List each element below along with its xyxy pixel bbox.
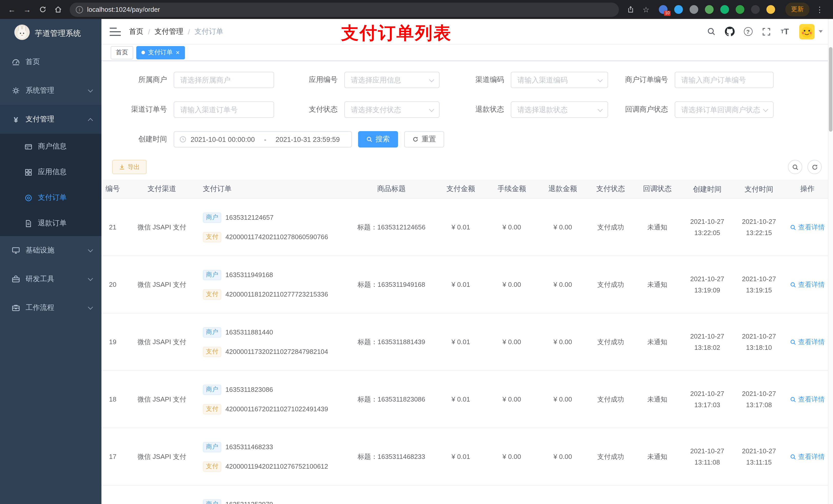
sidebar-item-system[interactable]: 系统管理 xyxy=(0,76,101,105)
breadcrumb-home[interactable]: 首页 xyxy=(129,27,143,36)
breadcrumb-payment[interactable]: 支付管理 xyxy=(155,27,184,36)
merchant-order-no: 1635311949168 xyxy=(225,271,273,279)
view-detail-link[interactable]: 查看详情 xyxy=(790,452,825,461)
create-time-range-input[interactable]: 2021-10-01 00:00:00 - 2021-10-31 23:59:5… xyxy=(174,131,352,148)
extension-drop-icon[interactable] xyxy=(674,5,683,14)
channel-order-no: 4200001174202110278060590766 xyxy=(225,233,328,241)
cell-amount: ¥ 0.01 xyxy=(435,338,486,346)
fullscreen-icon[interactable] xyxy=(758,19,775,44)
cell-refund: ¥ 0.00 xyxy=(538,396,588,403)
sidebar-item-payment[interactable]: ¥ 支付管理 xyxy=(0,105,101,134)
cell-id: 20 xyxy=(101,281,131,289)
pay-tag: 支付 xyxy=(203,347,221,357)
cell-pay-status: 支付成功 xyxy=(588,395,633,404)
export-button[interactable]: 导出 xyxy=(112,160,146,174)
sidebar-item-pay-order[interactable]: 支付订单 xyxy=(0,185,101,211)
sidebar-item-refund-order[interactable]: 退款订单 xyxy=(0,211,101,236)
browser-update-button[interactable]: 更新 xyxy=(785,3,809,16)
tag-pay-order[interactable]: 支付订单 × xyxy=(136,46,185,59)
table-row: 16 微信 JSAPI 支付 商户 1635311352979 支付 xyxy=(101,486,830,504)
site-info-icon[interactable]: i xyxy=(76,6,83,13)
extension-green-icon[interactable] xyxy=(705,5,714,14)
show-search-toggle-button[interactable] xyxy=(788,160,802,174)
merchant-tag: 商户 xyxy=(203,499,221,504)
view-detail-link[interactable]: 查看详情 xyxy=(790,395,825,404)
bookmark-star-icon[interactable]: ☆ xyxy=(639,3,653,16)
user-avatar[interactable] xyxy=(799,24,814,39)
sidebar-item-infrastructure[interactable]: 基础设施 xyxy=(0,236,101,265)
extension-dark-icon[interactable] xyxy=(751,5,760,14)
date-end: 2021-10-31 23:59:59 xyxy=(276,136,340,143)
font-size-icon[interactable]: TT xyxy=(777,19,793,44)
channel-code-select[interactable] xyxy=(511,72,608,88)
cell-fee: ¥ 0.00 xyxy=(486,223,538,231)
pay-tag: 支付 xyxy=(203,461,221,472)
extension-check-icon[interactable] xyxy=(720,5,729,14)
sidebar-item-label: 支付订单 xyxy=(38,193,67,202)
refresh-table-button[interactable] xyxy=(807,160,822,174)
view-detail-link[interactable]: 查看详情 xyxy=(790,223,825,232)
date-separator: - xyxy=(264,136,266,143)
date-start: 2021-10-01 00:00:00 xyxy=(191,136,255,143)
view-detail-link[interactable]: 查看详情 xyxy=(790,338,825,347)
cell-order: 商户 1635311468233 支付 42000011942021102767… xyxy=(193,442,347,472)
reset-button[interactable]: 重置 xyxy=(404,131,444,148)
sidebar-item-home[interactable]: 首页 xyxy=(0,48,101,76)
refund-status-select[interactable] xyxy=(511,102,608,118)
app-title: 芋道管理系统 xyxy=(35,28,81,38)
sidebar-item-workflow[interactable]: 工作流程 xyxy=(0,293,101,322)
sidebar-item-dev-tools[interactable]: 研发工具 xyxy=(0,265,101,293)
app-logo[interactable]: 芋道管理系统 xyxy=(0,19,101,48)
url-bar[interactable]: i localhost:1024/pay/order xyxy=(70,2,619,17)
cell-actions: 查看详情 xyxy=(785,280,830,289)
github-icon[interactable] xyxy=(721,19,738,44)
breadcrumb: 首页 / 支付管理 / 支付订单 xyxy=(129,27,223,36)
cell-fee: ¥ 0.00 xyxy=(486,453,538,461)
column-header-pay-time: 支付时间 xyxy=(733,184,785,195)
sidebar-item-app-info[interactable]: 应用信息 xyxy=(0,159,101,185)
app-select[interactable] xyxy=(344,72,439,88)
merchant-order-no-input[interactable] xyxy=(675,72,774,88)
extension-gray-icon[interactable] xyxy=(690,5,698,14)
tags-view: 首页 支付订单 × xyxy=(101,45,833,61)
cell-id: 19 xyxy=(101,338,131,346)
cell-pay-status: 支付成功 xyxy=(588,280,633,289)
extension-book-icon[interactable] xyxy=(736,5,744,14)
search-button[interactable]: 搜索 xyxy=(358,131,398,148)
user-menu-caret-icon[interactable] xyxy=(819,30,823,33)
scrollbar-thumb[interactable] xyxy=(829,47,832,131)
page-header: 首页 / 支付管理 / 支付订单 支付订单列表 ? TT xyxy=(101,19,833,45)
channel-order-no-input[interactable] xyxy=(174,102,274,118)
browser-back-icon[interactable]: ← xyxy=(5,3,19,16)
cell-pay-time: 2021-10-2713:19:15 xyxy=(733,273,785,296)
cell-create-time: 2021-10-2713:22:05 xyxy=(681,216,733,239)
close-icon[interactable]: × xyxy=(176,49,180,56)
browser-reload-icon[interactable] xyxy=(36,3,49,16)
main-area: 首页 / 支付管理 / 支付订单 支付订单列表 ? TT xyxy=(101,19,833,504)
field-label: 创建时间 xyxy=(106,135,174,144)
merchant-input[interactable] xyxy=(174,72,274,88)
header-actions: ? TT xyxy=(703,19,826,44)
extension-smiley-icon[interactable] xyxy=(766,5,775,14)
browser-forward-icon[interactable]: → xyxy=(21,3,34,16)
extensions: 10 xyxy=(659,5,775,14)
browser-home-icon[interactable] xyxy=(51,3,65,16)
cell-notify-status: 未通知 xyxy=(633,280,681,289)
pay-tag: 支付 xyxy=(203,232,221,242)
search-icon[interactable] xyxy=(703,19,719,44)
field-label: 商户订单编号 xyxy=(608,75,675,85)
view-detail-link[interactable]: 查看详情 xyxy=(790,280,825,289)
browser-menu-icon[interactable]: ⋮ xyxy=(814,5,825,14)
cell-refund: ¥ 0.00 xyxy=(538,281,588,289)
tag-home[interactable]: 首页 xyxy=(111,46,133,59)
extension-blue-icon[interactable]: 10 xyxy=(659,5,668,14)
collapse-sidebar-icon[interactable] xyxy=(110,27,121,35)
column-header-refund: 退款金额 xyxy=(538,185,588,194)
notify-status-select[interactable] xyxy=(675,102,774,118)
yen-icon: ¥ xyxy=(11,115,21,124)
sidebar-item-label: 退款订单 xyxy=(38,219,67,228)
help-icon[interactable]: ? xyxy=(740,19,756,44)
pay-status-select[interactable] xyxy=(344,102,439,118)
share-icon[interactable] xyxy=(624,3,637,16)
sidebar-item-merchant-info[interactable]: 商户信息 xyxy=(0,134,101,159)
